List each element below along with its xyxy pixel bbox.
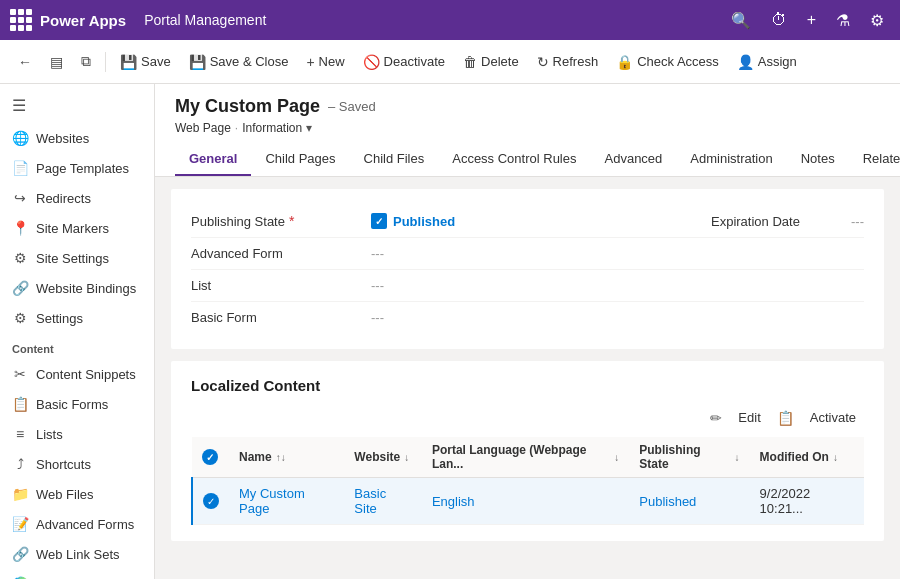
sidebar-item-page-templates[interactable]: 📄 Page Templates <box>0 153 154 183</box>
col-modified-on[interactable]: Modified On ↓ <box>750 437 864 478</box>
delete-icon: 🗑 <box>463 54 477 70</box>
sidebar-item-websites[interactable]: 🌐 Websites <box>0 123 154 153</box>
sidebar-section-content: Content <box>0 333 154 359</box>
sidebar-item-site-settings[interactable]: ⚙ Site Settings <box>0 243 154 273</box>
sidebar-label-web-link-sets: Web Link Sets <box>36 547 120 562</box>
sidebar-item-portal-languages[interactable]: 🌍 Portal Languages <box>0 569 154 579</box>
delete-label: Delete <box>481 54 519 69</box>
grid-icon[interactable] <box>10 9 32 31</box>
commandbar: ← ▤ ⧉ 💾 Save 💾 Save & Close + New 🚫 Deac… <box>0 40 900 84</box>
form-row-publishing-state: Publishing State * Published Expiration … <box>191 205 864 238</box>
sidebar-item-website-bindings[interactable]: 🔗 Website Bindings <box>0 273 154 303</box>
check-access-icon: 🔒 <box>616 54 633 70</box>
published-icon <box>371 213 387 229</box>
tab-general[interactable]: General <box>175 143 251 176</box>
select-all-checkbox[interactable] <box>202 449 218 465</box>
detail-view-button[interactable]: ▤ <box>42 50 71 74</box>
filter-icon[interactable]: ⚗ <box>830 11 856 30</box>
expiration-date-value: --- <box>851 214 864 229</box>
localized-section: Localized Content ✏ Edit 📋 Activate Name <box>171 361 884 541</box>
save-close-button[interactable]: 💾 Save & Close <box>181 50 297 74</box>
sidebar: ☰ 🌐 Websites 📄 Page Templates ↪ Redirect… <box>0 84 155 579</box>
sidebar-item-site-markers[interactable]: 📍 Site Markers <box>0 213 154 243</box>
tab-notes[interactable]: Notes <box>787 143 849 176</box>
publishing-state-label: Publishing State * <box>191 213 371 229</box>
sidebar-item-web-files[interactable]: 📁 Web Files <box>0 479 154 509</box>
tab-administration[interactable]: Administration <box>676 143 786 176</box>
site-markers-icon: 📍 <box>12 220 28 236</box>
table-row[interactable]: My Custom Page Basic Site English Publis… <box>192 478 864 525</box>
row-language-link[interactable]: English <box>432 494 475 509</box>
sidebar-label-web-files: Web Files <box>36 487 94 502</box>
col-publishing-state[interactable]: Publishing State ↓ <box>629 437 749 478</box>
settings-icon[interactable]: ⚙ <box>864 11 890 30</box>
page-title: My Custom Page <box>175 96 320 117</box>
expiration-date-group: Expiration Date --- <box>711 214 864 229</box>
advanced-forms-icon: 📝 <box>12 516 28 532</box>
tab-child-files[interactable]: Child Files <box>350 143 439 176</box>
tab-advanced[interactable]: Advanced <box>591 143 677 176</box>
row-checkbox[interactable] <box>203 493 219 509</box>
websites-icon: 🌐 <box>12 130 28 146</box>
row-website-link[interactable]: Basic Site <box>354 486 386 516</box>
content-snippets-icon: ✂ <box>12 366 28 382</box>
refresh-button[interactable]: ↻ Refresh <box>529 50 607 74</box>
module-name: Portal Management <box>144 12 266 28</box>
tab-access-control-rules[interactable]: Access Control Rules <box>438 143 590 176</box>
edit-pencil-icon: ✏ <box>710 410 722 426</box>
refresh-icon: ↻ <box>537 54 549 70</box>
popup-button[interactable]: ⧉ <box>73 49 99 74</box>
search-icon[interactable]: 🔍 <box>725 11 757 30</box>
advanced-form-label: Advanced Form <box>191 246 371 261</box>
col-name[interactable]: Name ↑↓ <box>229 437 344 478</box>
lists-icon: ≡ <box>12 426 28 442</box>
hamburger-icon[interactable]: ☰ <box>0 88 154 123</box>
delete-button[interactable]: 🗑 Delete <box>455 50 527 74</box>
save-close-label: Save & Close <box>210 54 289 69</box>
form-row-list: List --- <box>191 270 864 302</box>
subtitle-chevron-icon[interactable]: ▾ <box>306 121 312 135</box>
activate-button[interactable]: Activate <box>802 406 864 429</box>
tabs: General Child Pages Child Files Access C… <box>175 143 880 176</box>
tab-child-pages[interactable]: Child Pages <box>251 143 349 176</box>
page-templates-icon: 📄 <box>12 160 28 176</box>
sidebar-item-advanced-forms[interactable]: 📝 Advanced Forms <box>0 509 154 539</box>
save-button[interactable]: 💾 Save <box>112 50 179 74</box>
col-portal-language[interactable]: Portal Language (Webpage Lan... ↓ <box>422 437 629 478</box>
col-website[interactable]: Website ↓ <box>344 437 422 478</box>
timer-icon[interactable]: ⏱ <box>765 11 793 29</box>
row-publishing-link[interactable]: Published <box>639 494 696 509</box>
sidebar-item-web-link-sets[interactable]: 🔗 Web Link Sets <box>0 539 154 569</box>
sidebar-label-websites: Websites <box>36 131 89 146</box>
basic-forms-icon: 📋 <box>12 396 28 412</box>
sidebar-item-lists[interactable]: ≡ Lists <box>0 419 154 449</box>
back-button[interactable]: ← <box>10 50 40 74</box>
sidebar-label-page-templates: Page Templates <box>36 161 129 176</box>
sidebar-label-site-settings: Site Settings <box>36 251 109 266</box>
localized-title: Localized Content <box>191 377 864 394</box>
assign-button[interactable]: 👤 Assign <box>729 50 805 74</box>
sidebar-item-basic-forms[interactable]: 📋 Basic Forms <box>0 389 154 419</box>
sidebar-item-content-snippets[interactable]: ✂ Content Snippets <box>0 359 154 389</box>
edit-button[interactable]: Edit <box>730 406 768 429</box>
publishing-state-value: Published <box>371 213 631 229</box>
select-all-header[interactable] <box>192 437 229 478</box>
plus-icon[interactable]: + <box>801 11 822 29</box>
check-access-button[interactable]: 🔒 Check Access <box>608 50 727 74</box>
tab-related[interactable]: Related <box>849 143 900 176</box>
form-section: Publishing State * Published Expiration … <box>171 189 884 349</box>
content-area: My Custom Page – Saved Web Page · Inform… <box>155 84 900 579</box>
row-publishing-state: Published <box>629 478 749 525</box>
row-name-link[interactable]: My Custom Page <box>239 486 305 516</box>
name-sort-icon: ↑↓ <box>276 452 286 463</box>
activate-icon: 📋 <box>777 410 794 426</box>
sidebar-item-redirects[interactable]: ↪ Redirects <box>0 183 154 213</box>
sidebar-label-settings: Settings <box>36 311 83 326</box>
page-header: My Custom Page – Saved Web Page · Inform… <box>155 84 900 177</box>
deactivate-button[interactable]: 🚫 Deactivate <box>355 50 453 74</box>
advanced-form-value: --- <box>371 246 864 261</box>
new-button[interactable]: + New <box>298 50 352 74</box>
sidebar-item-shortcuts[interactable]: ⤴ Shortcuts <box>0 449 154 479</box>
row-checkbox-cell[interactable] <box>192 478 229 525</box>
sidebar-item-settings[interactable]: ⚙ Settings <box>0 303 154 333</box>
